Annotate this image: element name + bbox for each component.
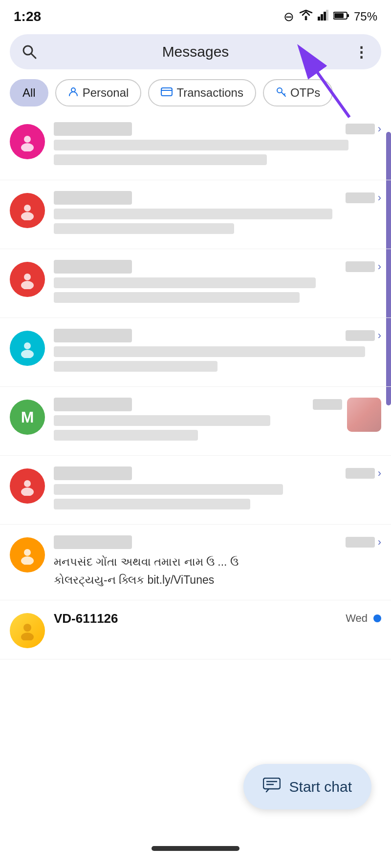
svg-point-19 xyxy=(21,212,34,220)
start-chat-label: Start chat xyxy=(289,779,352,795)
svg-point-18 xyxy=(24,205,31,212)
message-preview-line2 xyxy=(54,499,250,509)
svg-point-22 xyxy=(24,342,31,349)
svg-point-12 xyxy=(71,88,75,92)
message-content: › xyxy=(54,329,381,376)
message-time: › xyxy=(346,467,381,480)
message-content: › xyxy=(54,191,381,238)
battery-icon xyxy=(333,10,349,23)
contact-name xyxy=(54,122,132,136)
list-item[interactable]: › xyxy=(0,318,391,387)
avatar xyxy=(10,124,45,159)
message-time: › xyxy=(346,260,381,273)
tab-personal[interactable]: Personal xyxy=(55,79,142,106)
nav-pill xyxy=(152,846,239,851)
message-time: Wed xyxy=(346,612,381,625)
chevron-icon: › xyxy=(378,536,381,549)
svg-point-27 xyxy=(21,556,34,565)
status-icons: ⊖ xyxy=(283,9,377,24)
key-icon xyxy=(276,86,286,100)
message-time xyxy=(313,399,342,410)
svg-line-9 xyxy=(31,54,36,58)
svg-point-26 xyxy=(24,549,31,556)
tab-transactions-label: Transactions xyxy=(176,86,243,100)
svg-rect-7 xyxy=(348,14,349,17)
svg-point-25 xyxy=(21,487,34,496)
list-item[interactable]: VD-611126 Wed xyxy=(0,600,391,659)
battery-percent: 75% xyxy=(354,10,377,23)
status-time: 1:28 xyxy=(14,9,41,24)
chevron-icon: › xyxy=(378,123,381,135)
svg-point-0 xyxy=(304,18,307,21)
chat-icon xyxy=(263,778,281,796)
contact-name xyxy=(54,466,132,480)
message-thumbnail xyxy=(347,398,381,432)
message-content: VD-611126 Wed xyxy=(54,611,381,630)
status-bar: 1:28 ⊖ xyxy=(0,0,391,29)
svg-point-29 xyxy=(21,633,34,640)
svg-point-16 xyxy=(24,136,31,143)
chevron-icon: › xyxy=(378,260,381,273)
list-item[interactable]: › xyxy=(0,249,391,318)
tab-all-label: All xyxy=(22,86,36,100)
message-preview-line1 xyxy=(54,209,332,219)
list-item[interactable]: › xyxy=(0,456,391,525)
contact-name xyxy=(54,398,132,411)
message-preview-line1 xyxy=(54,484,283,495)
message-preview-line2 xyxy=(54,223,234,234)
message-content: › xyxy=(54,122,381,169)
start-chat-button[interactable]: Start chat xyxy=(243,764,371,809)
list-item[interactable]: › મનપસંદ ગોંતા અથવા તમારા નામ ઉ ... ઉ કો… xyxy=(0,525,391,600)
message-preview-gujarati1: મનપસંદ ગોંતા અથવા તમારા નામ ઉ ... ઉ xyxy=(54,553,381,571)
svg-rect-30 xyxy=(263,778,280,789)
message-content xyxy=(54,398,342,445)
svg-point-23 xyxy=(21,350,34,358)
chevron-icon: › xyxy=(378,329,381,342)
contact-name xyxy=(54,260,132,274)
avatar xyxy=(10,468,45,504)
svg-point-20 xyxy=(24,274,31,280)
message-preview-line1 xyxy=(54,415,270,426)
person-icon xyxy=(68,86,79,100)
list-item[interactable]: M xyxy=(0,387,391,456)
message-preview-line1 xyxy=(54,140,348,150)
svg-line-11 xyxy=(301,49,349,117)
message-preview-line2 xyxy=(54,361,217,372)
message-content: › મનપસંદ ગોંતા અથવા તમારા નામ ઉ ... ઉ કો… xyxy=(54,535,381,589)
message-preview-line2 xyxy=(54,430,198,441)
avatar xyxy=(10,537,45,572)
svg-point-24 xyxy=(24,480,31,487)
dnd-icon: ⊖ xyxy=(283,9,294,24)
tab-personal-label: Personal xyxy=(83,86,129,100)
wifi-icon xyxy=(299,10,313,23)
message-preview-line1 xyxy=(54,277,316,288)
tab-transactions[interactable]: Transactions xyxy=(148,79,256,106)
message-time: › xyxy=(346,329,381,342)
card-icon xyxy=(161,87,173,99)
contact-name xyxy=(54,329,132,342)
signal-icon xyxy=(318,10,328,23)
avatar xyxy=(10,193,45,228)
list-item[interactable]: › xyxy=(0,180,391,249)
message-time: › xyxy=(346,536,381,549)
tab-all[interactable]: All xyxy=(10,79,48,106)
bottom-nav xyxy=(0,829,391,868)
chevron-icon: › xyxy=(378,191,381,204)
message-time: › xyxy=(346,191,381,204)
message-list: › › xyxy=(0,111,391,659)
svg-rect-1 xyxy=(318,17,320,21)
unread-dot xyxy=(373,614,381,622)
message-preview-line1 xyxy=(54,346,365,357)
message-preview-line2 xyxy=(54,154,267,165)
svg-point-21 xyxy=(21,281,34,289)
svg-rect-2 xyxy=(321,14,323,21)
message-preview-gujarati2: કોલરટ્યયુ-ન ક્લિક bit.ly/ViTunes xyxy=(54,571,381,589)
contact-name xyxy=(54,535,132,549)
svg-rect-4 xyxy=(326,10,328,21)
message-time-label: Wed xyxy=(346,612,368,625)
avatar xyxy=(10,613,45,648)
search-icon[interactable] xyxy=(22,44,37,60)
avatar xyxy=(10,262,45,297)
avatar: M xyxy=(10,400,45,435)
annotation-arrow xyxy=(286,29,364,129)
